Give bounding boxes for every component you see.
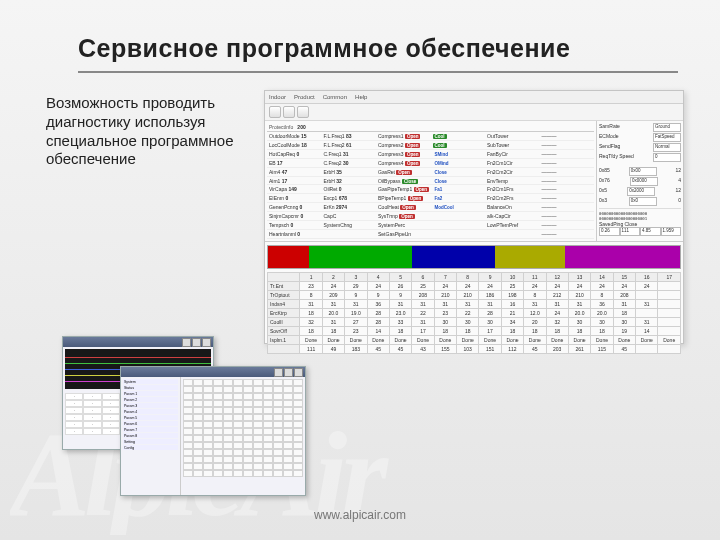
tree-panel: SystemStatusParam 1Param 2Param 3Param 4… [121,377,181,495]
refresh-icon[interactable] [269,106,281,118]
menu-item[interactable]: Product [294,94,315,100]
window-titlebar [63,337,213,347]
help-icon[interactable] [297,106,309,118]
diagnostic-app-window: Indoor Product Common Help ProtectInfo 2… [264,90,684,344]
minimize-icon[interactable] [182,338,191,347]
footer-url: www.alpicair.com [0,508,720,522]
num-field[interactable]: 111 [620,227,641,236]
cell-grid [181,377,305,495]
settings-icon[interactable] [283,106,295,118]
num-field[interactable]: 0.26 [599,227,620,236]
body-text: Возможность проводить диагностику исполь… [46,94,246,169]
spectrum-bar [267,245,681,269]
close-icon[interactable] [294,368,303,377]
menu-item[interactable]: Common [323,94,347,100]
title-bar: Сервисное программное обеспечение [78,34,678,73]
maximize-icon[interactable] [192,338,201,347]
data-table: 1234567891011121314151617Tr.Ent232429242… [267,272,681,354]
num-field[interactable]: 1.959 [661,227,682,236]
table-window: SystemStatusParam 1Param 2Param 3Param 4… [120,366,306,496]
menu-item[interactable]: Help [355,94,367,100]
maximize-icon[interactable] [284,368,293,377]
app-toolbar [265,104,683,121]
close-icon[interactable] [202,338,211,347]
side-panel: SamRateGroundECModeFatSpeedSendFlagNorma… [596,121,683,241]
window-titlebar [121,367,305,377]
menu-item[interactable]: Indoor [269,94,286,100]
app-menubar: Indoor Product Common Help [265,91,683,104]
params-grid: ProtectInfo 200OutdoorMode 15F.L.Freq1 8… [265,121,596,241]
minimize-icon[interactable] [274,368,283,377]
slide-title: Сервисное программное обеспечение [78,34,678,63]
num-field[interactable]: 4.85 [640,227,661,236]
app-top-panel: ProtectInfo 200OutdoorMode 15F.L.Freq1 8… [265,121,683,242]
slide: AlpicAir Сервисное программное обеспечен… [0,0,720,540]
